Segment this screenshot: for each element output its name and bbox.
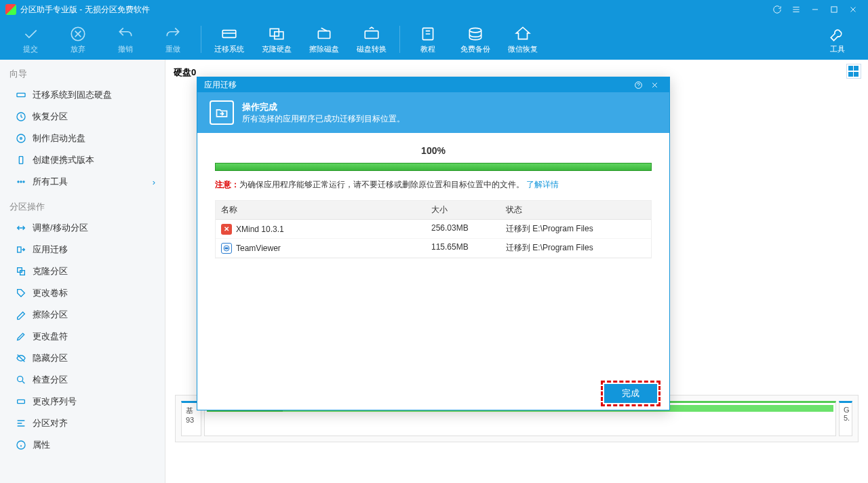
undo-button[interactable]: 撤销	[102, 20, 149, 58]
wipe-disk-button[interactable]: 擦除磁盘	[300, 20, 348, 58]
svg-point-20	[18, 376, 23, 382]
result-table: 名称 大小 状态 ✕XMind 10.3.1 256.03MB 迁移到 E:\P…	[215, 200, 652, 258]
sidebar-item-alltools[interactable]: 所有工具›	[0, 171, 165, 193]
wechat-recover-button[interactable]: 微信恢复	[499, 20, 547, 58]
col-status: 状态	[500, 201, 651, 219]
note-text: 注意：为确保应用程序能够正常运行，请不要迁移或删除原位置和目标位置中的文件。 了…	[215, 179, 652, 191]
info-icon	[15, 439, 27, 451]
app-logo-icon	[5, 4, 16, 15]
clone-icon	[15, 265, 27, 277]
edit-icon	[15, 330, 27, 343]
refresh-button[interactable]	[768, 0, 787, 19]
align-icon	[15, 417, 27, 429]
progress-bar	[215, 163, 652, 171]
sidebar-item-letter[interactable]: 更改盘符	[0, 326, 165, 347]
search-icon	[15, 374, 27, 386]
svg-point-12	[20, 138, 22, 140]
modal-titlebar: 应用迁移	[197, 77, 669, 92]
svg-rect-6	[365, 31, 378, 38]
resize-icon	[15, 222, 27, 234]
sidebar-item-bootdisk[interactable]: 制作启动光盘	[0, 128, 165, 149]
view-toggle-button[interactable]	[846, 64, 861, 79]
hide-icon	[15, 352, 27, 364]
migrate-os-button[interactable]: 迁移系统	[205, 20, 253, 58]
folder-arrow-icon	[210, 100, 234, 125]
ssd-icon	[15, 89, 27, 101]
titlebar: 分区助手专业版 - 无损分区免费软件	[0, 0, 868, 19]
modal-app-migrate: 应用迁移 操作完成 所有选择的应用程序已成功迁移到目标位置。 100% 注意：为…	[197, 77, 670, 410]
sidebar-item-clonepart[interactable]: 克隆分区	[0, 260, 165, 282]
window-title: 分区助手专业版 - 无损分区免费软件	[20, 4, 150, 16]
learn-more-link[interactable]: 了解详情	[526, 180, 559, 189]
close-button[interactable]	[844, 0, 863, 19]
svg-rect-9	[17, 93, 25, 96]
sidebar-item-label[interactable]: 更改卷标	[0, 282, 165, 304]
sidebar-item-check[interactable]: 检查分区	[0, 369, 165, 391]
clone-disk-button[interactable]: 克隆硬盘	[253, 20, 300, 58]
usb-icon	[15, 154, 27, 166]
more-icon	[15, 176, 27, 188]
col-name: 名称	[216, 201, 426, 219]
sidebar-item-appmigrate[interactable]: 应用迁移	[0, 239, 165, 260]
sidebar-item-hide[interactable]: 隐藏分区	[0, 347, 165, 369]
disk-seg-g[interactable]: G5.	[839, 401, 852, 436]
sidebar-section-wizard: 向导	[0, 60, 165, 84]
sidebar-item-props[interactable]: 属性	[0, 434, 165, 456]
table-row: TeamViewer 115.65MB 迁移到 E:\Program Files	[216, 239, 651, 258]
redo-button[interactable]: 重做	[149, 20, 197, 58]
sidebar-item-serial[interactable]: 更改序列号	[0, 391, 165, 412]
toolbar: 提交 放弃 撤销 重做 迁移系统 克隆硬盘 擦除磁盘 磁盘转换 教程 免费备份 …	[0, 19, 868, 60]
backup-button[interactable]: 免费备份	[452, 20, 499, 58]
svg-point-8	[469, 28, 481, 33]
modal-help-button[interactable]	[630, 81, 646, 90]
modal-banner: 操作完成 所有选择的应用程序已成功迁移到目标位置。	[197, 92, 669, 133]
tools-button[interactable]: 工具	[814, 20, 861, 58]
maximize-button[interactable]	[825, 0, 844, 19]
minimize-button[interactable]	[806, 0, 825, 19]
chevron-right-icon: ›	[153, 177, 155, 187]
sidebar: 向导 迁移系统到固态硬盘 恢复分区 制作启动光盘 创建便携式版本 所有工具› 分…	[0, 60, 165, 483]
discard-button[interactable]: 放弃	[54, 20, 102, 58]
table-row: ✕XMind 10.3.1 256.03MB 迁移到 E:\Program Fi…	[216, 220, 651, 239]
sidebar-item-wipepart[interactable]: 擦除分区	[0, 304, 165, 326]
sidebar-item-portable[interactable]: 创建便携式版本	[0, 149, 165, 171]
progress-percent: 100%	[215, 145, 652, 156]
svg-point-14	[18, 181, 19, 182]
svg-point-15	[20, 181, 22, 182]
recover-icon	[15, 111, 27, 123]
teamviewer-icon	[221, 243, 232, 254]
svg-rect-0	[831, 7, 837, 12]
svg-point-16	[23, 181, 24, 182]
erase-icon	[15, 309, 27, 321]
modal-close-button[interactable]	[646, 81, 663, 90]
sidebar-item-resize[interactable]: 调整/移动分区	[0, 217, 165, 239]
col-size: 大小	[426, 201, 500, 219]
banner-sub: 所有选择的应用程序已成功迁移到目标位置。	[242, 113, 405, 125]
tutorial-button[interactable]: 教程	[404, 20, 452, 58]
tag-icon	[15, 287, 27, 299]
serial-icon	[15, 395, 27, 408]
disc-icon	[15, 132, 27, 144]
svg-rect-17	[18, 247, 21, 252]
svg-point-11	[17, 134, 25, 142]
sidebar-item-migrate-ssd[interactable]: 迁移系统到固态硬盘	[0, 84, 165, 106]
sidebar-item-recover[interactable]: 恢复分区	[0, 106, 165, 128]
sidebar-section-ops: 分区操作	[0, 193, 165, 217]
convert-disk-button[interactable]: 磁盘转换	[348, 20, 395, 58]
svg-rect-13	[19, 157, 22, 164]
xmind-icon: ✕	[221, 224, 232, 235]
modal-title: 应用迁移	[204, 79, 237, 91]
banner-title: 操作完成	[242, 101, 405, 113]
menu-button[interactable]	[787, 0, 806, 19]
migrate-icon	[15, 244, 27, 256]
done-button[interactable]: 完成	[604, 384, 657, 403]
sidebar-item-align[interactable]: 分区对齐	[0, 412, 165, 434]
commit-button[interactable]: 提交	[7, 20, 54, 58]
svg-rect-2	[222, 30, 236, 37]
svg-rect-5	[318, 31, 330, 38]
